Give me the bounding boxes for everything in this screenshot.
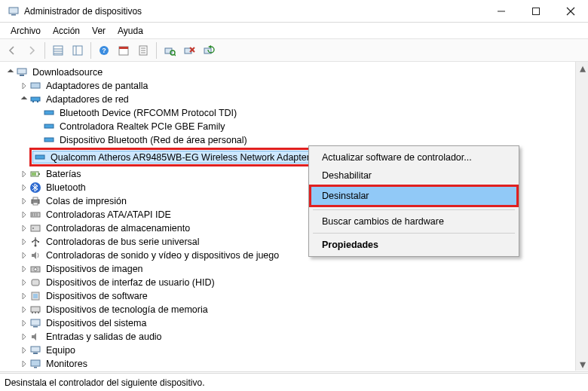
scan-hardware-button[interactable] [161,41,179,60]
battery-icon [29,168,41,180]
svg-rect-59 [32,312,33,313]
tree-node-hid[interactable]: Dispositivos de interfaz de usuario (HID… [5,276,574,289]
network-adapter-icon [43,121,55,133]
expand-icon[interactable] [19,182,29,193]
svg-point-54 [34,268,37,271]
collapse-icon[interactable] [5,67,16,78]
context-menu: Actualizar software de controlador... De… [308,145,519,257]
tree-node-qualcomm[interactable]: Qualcomm Atheros AR9485WB-EG Wireless Ne… [32,151,315,163]
tree-node-realtek[interactable]: Controladora Realtek PCIe GBE Family [5,120,574,133]
expand-icon[interactable] [19,250,29,261]
menu-help[interactable]: Ayuda [112,24,149,38]
svg-rect-30 [31,97,40,101]
expand-icon[interactable] [19,81,29,91]
expand-icon[interactable] [19,169,29,179]
tree-node-system-devices[interactable]: Dispositivos del sistema [5,316,574,330]
expand-icon[interactable] [19,209,29,220]
window-title: Administrador de dispositivos [24,6,484,17]
svg-text:?: ? [102,47,106,54]
expand-icon[interactable] [19,237,29,247]
tree-node-label: Equipo [44,345,77,356]
highlighted-menu-item: Desinstalar [309,185,519,207]
svg-rect-3 [533,8,540,14]
scroll-down-arrow[interactable]: ▾ [576,358,588,371]
computer-icon [16,66,28,78]
context-menu-update-driver[interactable]: Actualizar software de controlador... [311,148,516,166]
tree-node-label: Bluetooth Device (RFCOMM Protocol TDI) [58,108,238,118]
expand-icon[interactable] [19,264,29,274]
devicemgr-icon [8,5,20,17]
menu-action[interactable]: Acción [47,24,86,38]
context-menu-disable[interactable]: Deshabilitar [311,166,516,185]
svg-rect-62 [31,319,40,325]
toolbar-separator [44,42,45,59]
menu-view[interactable]: Ver [86,24,112,38]
svg-rect-38 [38,173,40,175]
tree-node-image-devices[interactable]: Dispositivos de imagen [5,262,574,276]
expand-icon[interactable] [19,277,29,288]
vertical-scrollbar[interactable]: ▴ ▾ [575,62,588,371]
context-menu-properties-label: Propiedades [322,240,378,250]
forward-button[interactable] [23,41,41,60]
context-menu-scan-hardware[interactable]: Buscar cambios de hardware [311,212,516,231]
properties-sheet-icon[interactable] [134,41,152,60]
expand-icon[interactable] [19,331,29,342]
system-device-icon [29,317,41,329]
expand-icon[interactable] [19,345,29,356]
svg-rect-34 [44,124,54,128]
properties-button[interactable] [69,41,87,60]
tree-node-bluetooth-rfcomm[interactable]: Bluetooth Device (RFCOMM Protocol TDI) [5,106,574,120]
svg-point-49 [32,228,34,229]
svg-line-22 [174,54,176,56]
tree-node-monitors[interactable]: Monitores [5,357,574,371]
svg-rect-65 [33,353,38,354]
tree-node-label: Dispositivo Bluetooth (Red de área perso… [58,135,249,145]
ide-controller-icon [29,209,41,221]
tree-node-display-adapters[interactable]: Adaptadores de pantalla [5,79,574,93]
tree-node-label: Controladora Realtek PCIe GBE Family [58,121,227,132]
uninstall-device-button[interactable] [180,41,198,60]
expand-icon[interactable] [19,318,29,328]
tree-node-label: Bluetooth [44,182,87,193]
tree-node-software-devices[interactable]: Dispositivos de software [5,289,574,303]
back-button[interactable] [3,41,21,60]
printer-icon [29,195,41,207]
update-driver-button[interactable] [200,41,218,60]
svg-rect-58 [31,307,40,312]
expand-icon[interactable] [19,359,29,369]
tree-node-computer[interactable]: Equipo [5,344,574,357]
scroll-up-arrow[interactable]: ▴ [576,62,588,75]
context-menu-separator [313,209,515,210]
context-menu-properties[interactable]: Propiedades [311,236,516,254]
usb-icon [29,236,41,248]
svg-rect-35 [44,138,54,142]
show-hide-console-tree-button[interactable] [49,41,67,60]
minimize-button[interactable] [484,0,519,23]
titlebar: Administrador de dispositivos [0,0,588,23]
menu-file[interactable]: Archivo [5,24,47,38]
software-device-icon [29,290,41,302]
tree-node-label: Dispositivos de tecnología de memoria [44,304,210,315]
tree-root[interactable]: Downloadsource [5,66,574,79]
expand-icon[interactable] [19,304,29,315]
expand-icon[interactable] [19,291,29,301]
svg-rect-29 [31,83,40,88]
calendar-icon[interactable] [115,41,133,60]
menubar: Archivo Acción Ver Ayuda [0,23,588,39]
toolbar-separator [90,42,91,59]
toolbar-separator [156,42,157,59]
help-button[interactable]: ? [95,41,113,60]
expand-icon[interactable] [19,196,29,206]
tree-node-label: Qualcomm Atheros AR9485WB-EG Wireless Ne… [49,152,311,163]
maximize-button[interactable] [519,0,553,23]
tree-node-network-adapters[interactable]: Adaptadores de red [5,93,574,106]
tree-node-memory-devices[interactable]: Dispositivos de tecnología de memoria [5,303,574,316]
svg-rect-52 [38,241,39,243]
svg-rect-55 [32,280,39,286]
tree-node-audio-inputs-outputs[interactable]: Entradas y salidas de audio [5,330,574,344]
svg-point-51 [32,241,33,243]
close-button[interactable] [553,0,588,23]
expand-icon[interactable] [19,223,29,234]
context-menu-uninstall[interactable]: Desinstalar [311,187,516,205]
collapse-icon[interactable] [19,94,29,105]
